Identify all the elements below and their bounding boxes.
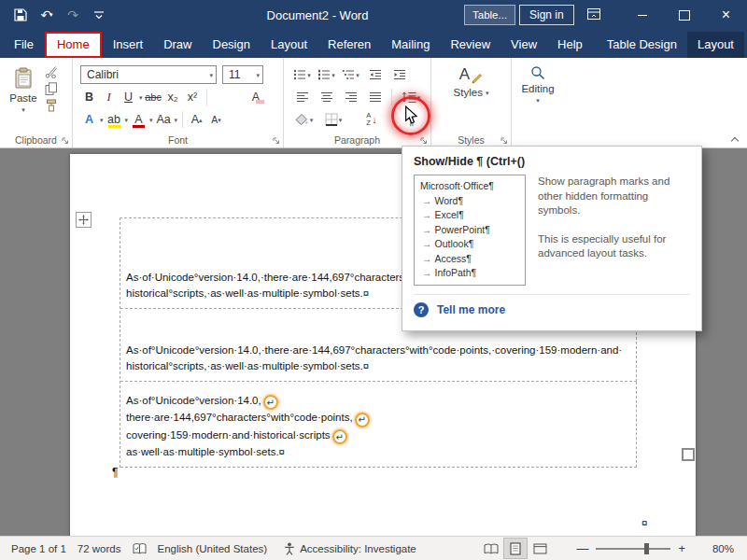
cut-icon[interactable] — [45, 65, 58, 78]
paste-button[interactable]: Paste ▾ — [6, 63, 41, 133]
redo-button[interactable]: ↷ — [62, 4, 84, 26]
tab-design[interactable]: Design — [203, 32, 261, 58]
ribbon-display-options-icon[interactable] — [586, 7, 601, 21]
tab-insert[interactable]: Insert — [103, 32, 154, 58]
font-color-button[interactable]: A — [130, 110, 148, 129]
decrease-indent-button[interactable] — [364, 65, 386, 84]
numbering-button[interactable]: ▾ — [316, 65, 337, 84]
tab-help[interactable]: Help — [547, 32, 593, 58]
grow-font-icon: ▴ — [199, 117, 203, 123]
shrink-font-button[interactable]: A ▾ — [207, 110, 225, 129]
text-effects-button[interactable]: A — [80, 110, 98, 129]
font-color-dropdown-icon[interactable]: ▾ — [149, 117, 153, 123]
window-title: Document2 - Word — [215, 8, 420, 22]
undo-button[interactable]: ↶ ▾ — [35, 4, 58, 26]
collapse-ribbon-icon[interactable] — [730, 136, 740, 144]
font-size-combo[interactable]: 11 ▾ — [222, 65, 263, 84]
text-line: historical°scripts,·as·well·as·multiple·… — [126, 358, 630, 374]
accessibility-item[interactable]: Accessibility: Investigate — [284, 542, 416, 555]
bold-button[interactable]: B — [80, 88, 98, 106]
font-name-combo[interactable]: Calibri ▾ — [80, 65, 217, 84]
tab-references[interactable]: Referen — [317, 32, 381, 58]
underline-dropdown-icon[interactable]: ▾ — [139, 94, 143, 101]
format-painter-icon[interactable] — [45, 99, 58, 112]
increase-indent-button[interactable] — [388, 65, 410, 84]
highlight-letters: ab — [107, 113, 120, 126]
table-cell-3[interactable]: As·of°Unicode°version·14.0,↵ there·are·1… — [120, 382, 637, 468]
subscript-button[interactable]: x₂ — [164, 88, 182, 106]
maximize-button[interactable] — [663, 0, 705, 30]
read-mode-button[interactable] — [479, 538, 503, 559]
tab-mailings[interactable]: Mailing — [381, 32, 440, 58]
page-indicator[interactable]: Page 1 of 1 — [11, 543, 66, 554]
customize-quick-access-icon[interactable] — [88, 4, 110, 26]
tell-me-more-link[interactable]: Tell me more — [437, 303, 505, 316]
line-break-mark-circled: ↵ — [332, 429, 347, 444]
tab-review[interactable]: Review — [440, 32, 500, 58]
paste-label: Paste — [9, 92, 36, 104]
paste-dropdown-icon: ▾ — [21, 106, 25, 113]
table-floating-button[interactable]: Table... — [464, 5, 515, 25]
italic-button[interactable]: I — [100, 88, 118, 106]
superscript-button[interactable]: x² — [184, 88, 202, 106]
text-effects-dropdown-icon[interactable]: ▾ — [100, 117, 104, 123]
highlight-color-button[interactable]: ab — [106, 110, 123, 129]
tab-view[interactable]: View — [500, 32, 547, 58]
quick-access-toolbar: ↶ ▾ ↷ — [0, 4, 110, 26]
styles-button[interactable]: A Styles ▾ — [431, 65, 511, 98]
font-dialog-launcher-icon[interactable] — [273, 137, 280, 145]
minimize-button[interactable] — [621, 0, 663, 30]
word-count[interactable]: 72 words — [78, 543, 121, 554]
underline-button[interactable]: U — [120, 88, 137, 106]
tab-home[interactable]: Home — [45, 32, 102, 58]
borders-button[interactable]: ▾ — [321, 110, 345, 129]
grow-font-letter: A — [191, 113, 199, 126]
tab-layout[interactable]: Layout — [261, 32, 317, 58]
change-case-dropdown-icon[interactable]: ▾ — [175, 117, 178, 123]
justify-button[interactable] — [364, 88, 386, 106]
tab-layout-contextual[interactable]: Layout — [687, 32, 744, 58]
sign-in-button[interactable]: Sign in — [519, 5, 574, 25]
sort-z-letter: Z — [366, 119, 371, 127]
text-effects-letter: A — [85, 113, 93, 126]
copy-icon[interactable] — [45, 82, 58, 95]
grow-font-button[interactable]: A ▴ — [188, 110, 205, 129]
sort-button[interactable]: A Z ↓ — [360, 110, 383, 129]
clear-formatting-button[interactable]: A — [247, 88, 265, 106]
text-line: there·are·144,697°characters°with°code·p… — [126, 410, 630, 427]
table-move-handle[interactable] — [76, 212, 92, 228]
proofing-icon[interactable] — [133, 543, 147, 554]
font-size-dropdown-icon: ▾ — [256, 72, 260, 78]
styles-dialog-launcher-icon[interactable] — [500, 137, 508, 145]
save-icon[interactable] — [9, 4, 32, 26]
close-button[interactable]: × — [705, 0, 747, 30]
tab-draw[interactable]: Draw — [153, 32, 202, 58]
paragraph-dialog-launcher-icon[interactable] — [420, 137, 428, 145]
window-controls: × — [621, 0, 747, 30]
zoom-slider[interactable] — [596, 548, 670, 550]
zoom-level[interactable]: 80% — [704, 543, 734, 554]
zoom-out-button[interactable]: — — [576, 541, 588, 555]
shading-button[interactable]: ▾ — [291, 110, 316, 129]
tab-file[interactable]: File — [4, 32, 44, 58]
clipboard-dialog-launcher-icon[interactable] — [62, 137, 69, 145]
separator — [391, 89, 392, 105]
highlight-dropdown-icon[interactable]: ▾ — [125, 117, 129, 123]
change-case-button[interactable]: Aa — [155, 110, 173, 129]
zoom-in-button[interactable]: + — [678, 541, 685, 555]
print-layout-button[interactable] — [503, 538, 528, 559]
redo-icon: ↷ — [67, 7, 78, 22]
align-left-button[interactable] — [291, 88, 313, 106]
align-center-button[interactable] — [316, 88, 337, 106]
tab-table-design[interactable]: Table Design — [597, 32, 687, 58]
web-layout-button[interactable] — [528, 538, 552, 559]
ribbon-tab-bar: File Home Insert Draw Design Layout Refe… — [0, 30, 747, 58]
language-indicator[interactable]: English (United States) — [158, 543, 268, 554]
table-resize-handle[interactable] — [682, 448, 695, 461]
multilevel-list-button[interactable]: ▾ — [340, 65, 361, 84]
strikethrough-button[interactable]: abc — [145, 88, 162, 106]
align-right-button[interactable] — [340, 88, 361, 106]
zoom-slider-thumb[interactable] — [644, 543, 649, 554]
bullets-button[interactable]: ▾ — [291, 65, 313, 84]
editing-button[interactable]: Editing ▾ — [512, 65, 564, 104]
